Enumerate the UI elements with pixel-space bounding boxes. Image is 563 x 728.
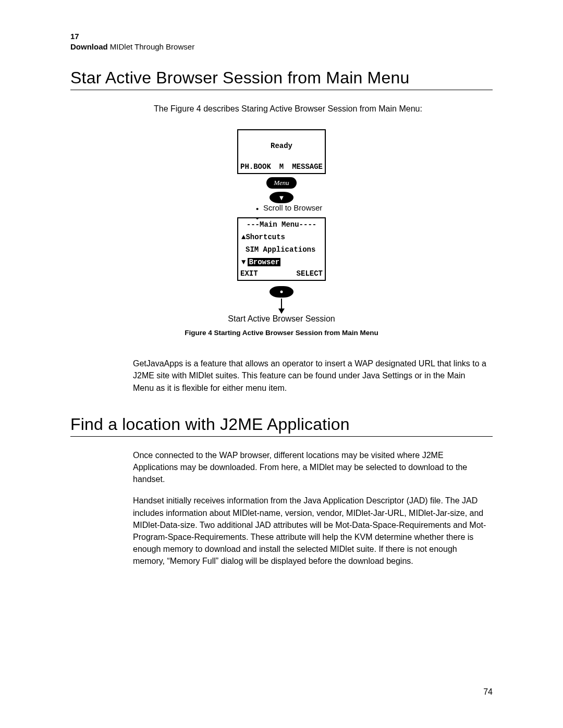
- section-rule-2: [70, 436, 493, 437]
- figure-caption: Figure 4 Starting Active Browser Session…: [70, 329, 493, 337]
- figure-4: Ready PH.BOOK M MESSAGE Menu ▼ Scroll to…: [70, 129, 493, 324]
- menu-item-browser-row: ▼Browser: [238, 256, 325, 268]
- start-session-label: Start Active Browser Session: [228, 314, 335, 324]
- chapter-number: 17: [70, 31, 493, 42]
- menu-item-sim-applications: SIM Applications: [238, 243, 325, 256]
- page-number: 74: [483, 687, 493, 697]
- chapter-title-bold: Download: [70, 42, 108, 51]
- section1-intro: The Figure 4 describes Staring Active Br…: [154, 103, 493, 115]
- paragraph-once-connected: Once connected to the WAP browser, diffe…: [133, 449, 487, 486]
- softkey-right: MESSAGE: [292, 163, 323, 171]
- section-heading-2: Find a location with J2ME Application: [70, 415, 493, 434]
- section-heading-1: Star Active Browser Session from Main Me…: [70, 68, 493, 88]
- phone-screen-ready: Ready PH.BOOK M MESSAGE: [237, 129, 326, 174]
- section-rule: [70, 90, 493, 90]
- screen-ready-label: Ready: [238, 140, 325, 152]
- scroll-to-browser-label: Scroll to Browser: [263, 203, 322, 212]
- select-button-icon: [270, 286, 293, 298]
- paragraph-handset-jad: Handset initially receives information f…: [133, 495, 487, 567]
- softkey-left: PH.BOOK: [240, 163, 271, 171]
- chapter-title: Download MIDlet Through Browser: [70, 42, 493, 52]
- softkey-select: SELECT: [297, 269, 323, 278]
- screen-softkeys: PH.BOOK M MESSAGE: [238, 162, 325, 173]
- main-menu-softkeys: EXIT SELECT: [238, 268, 325, 280]
- main-menu-title: ---Main Menu----: [238, 218, 325, 231]
- chapter-title-rest: MIDlet Through Browser: [108, 42, 194, 51]
- softkey-mid: M: [279, 163, 284, 171]
- menu-item-browser-highlight: Browser: [248, 258, 280, 266]
- menu-item-shortcuts: ▲Shortcuts: [238, 231, 325, 243]
- menu-button-icon: Menu: [266, 177, 297, 189]
- document-page: 17 Download MIDlet Through Browser Star …: [0, 0, 563, 728]
- down-arrow-button-icon: ▼: [270, 192, 293, 203]
- arrow-down-icon: [281, 299, 282, 313]
- phone-screen-main-menu: ---Main Menu---- ▲Shortcuts SIM Applicat…: [237, 217, 326, 281]
- softkey-exit: EXIT: [240, 269, 258, 278]
- paragraph-getjavaapps: GetJavaApps is a feature that allows an …: [133, 357, 487, 394]
